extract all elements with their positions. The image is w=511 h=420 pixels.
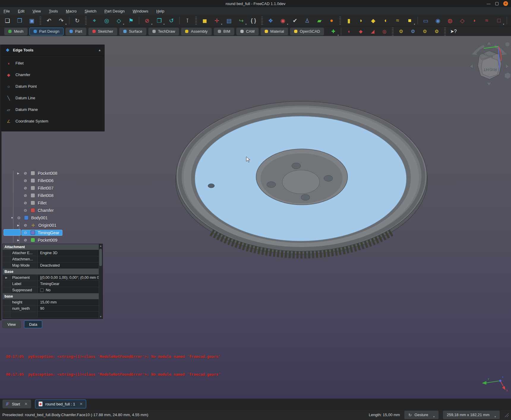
menu-macro[interactable]: Macro — [66, 9, 77, 13]
tree-item-fillet008[interactable]: ⊘ Fillet008 — [0, 192, 113, 199]
tree-expander-icon[interactable]: ▶ — [17, 239, 21, 242]
menu-sketch[interactable]: Sketch — [85, 9, 97, 13]
close-tab-icon[interactable]: ✕ — [80, 402, 83, 406]
property-row-height[interactable]: height 15,00 mm — [3, 299, 102, 306]
gear-tool-icon[interactable]: ⚙ — [420, 27, 429, 36]
local-coordinate-system-icon[interactable]: ✛ ▾ — [212, 16, 221, 25]
visibility-eye-icon[interactable]: ⊘ — [23, 171, 28, 175]
arrow-up-icon[interactable] — [487, 41, 491, 45]
create-sketch-icon[interactable]: ◉ ▾ — [278, 16, 287, 25]
cube-face-right-label[interactable]: RIGHT — [483, 67, 496, 72]
fillet-icon[interactable]: ◖ — [344, 27, 353, 36]
edge-tool-coordinate-system[interactable]: ∠ Coordinate System — [2, 115, 104, 127]
create-link-icon[interactable]: ↪ ▾ — [237, 16, 246, 25]
tree-item-origin001[interactable]: ▶ ⊘ ✛ Origin001 — [0, 221, 113, 229]
3d-viewport[interactable]: RIGHT BOTTOM y x z ❖ Edge Tools ▴ ◖ — [0, 36, 511, 399]
tree-expander-icon[interactable]: ▼ — [11, 216, 15, 219]
visibility-eye-icon[interactable]: ⊘ — [23, 223, 28, 227]
visibility-eye-icon[interactable]: ⊙ — [23, 230, 28, 235]
measure-icon[interactable]: ⊺ — [183, 16, 192, 25]
redo-icon[interactable]: ↷ ▾ — [57, 16, 66, 25]
view-dimensions-button[interactable]: 259,18 mm x 182,21 mm ▾ — [443, 411, 500, 419]
thickness-icon[interactable]: ◎ — [380, 27, 389, 36]
property-group-base[interactable]: Base — [3, 269, 102, 275]
internal-gear-icon[interactable]: ⚙ — [409, 27, 417, 36]
edge-tool-datum-plane[interactable]: ▱ Datum Plane — [2, 104, 104, 115]
close-button[interactable]: ✕ — [503, 1, 508, 6]
property-group-base-lower[interactable]: base — [3, 293, 102, 299]
visibility-eye-icon[interactable]: ⊘ — [23, 238, 28, 242]
edge-tool-datum-line[interactable]: ╲ Datum Line — [2, 92, 104, 104]
chamfer-icon[interactable]: ◆ — [356, 27, 365, 36]
gear-cluster-icon[interactable]: ⚙ — [432, 27, 441, 36]
create-body-icon[interactable]: ◼ — [200, 16, 209, 25]
subtractive-loft-icon[interactable]: ◇ — [458, 16, 467, 25]
go-to-selection-icon[interactable]: ⚑ — [127, 16, 135, 25]
check-geometry-icon[interactable]: ♙ — [303, 16, 312, 25]
arrow-down-icon[interactable] — [487, 82, 491, 86]
menu-part-design[interactable]: Part Design — [105, 9, 125, 13]
menu-help[interactable]: Help — [156, 9, 164, 13]
tree-expander-icon[interactable]: ▶ — [17, 224, 21, 227]
whats-this-icon[interactable]: ➤? — [449, 27, 458, 36]
pocket-icon[interactable]: ▭ — [421, 16, 430, 25]
menu-file[interactable]: File — [4, 9, 10, 13]
property-row-attacher-engine[interactable]: Attacher E... Engine 3D — [3, 250, 102, 256]
tree-expander-icon[interactable]: ▶ — [17, 172, 21, 175]
property-row-suppressed[interactable]: Suppressed No — [3, 287, 102, 293]
edge-tool-fillet[interactable]: ◖ Fillet — [2, 57, 104, 69]
draw-style-icon[interactable]: ⊘ ▾ — [143, 16, 152, 25]
workbench-tab-openscad[interactable]: OpenSCAD — [290, 28, 324, 35]
refresh-icon[interactable]: ↻ — [73, 16, 82, 25]
tree-item-fillet[interactable]: ⊘ Fillet — [0, 199, 113, 207]
property-row-attachment[interactable]: Attachmen... — [3, 256, 102, 262]
menu-windows[interactable]: Windows — [133, 9, 149, 13]
mini-cube-icon[interactable] — [504, 72, 510, 79]
scrollbar-thumb[interactable] — [99, 249, 102, 266]
view-tab[interactable]: View — [2, 320, 21, 328]
tab-start[interactable]: F Start ✕ — [2, 399, 31, 408]
open-document-icon[interactable]: ❒ — [15, 16, 24, 25]
workbench-tab-part-design[interactable]: Part Design — [29, 28, 64, 35]
minimize-button[interactable]: — — [487, 1, 491, 6]
revolution-icon[interactable]: ◗ — [357, 16, 365, 25]
edge-tools-header[interactable]: ❖ Edge Tools ▴ — [2, 45, 104, 56]
menu-tools[interactable]: Tools — [49, 9, 58, 13]
visibility-eye-icon[interactable]: ⊘ — [23, 186, 28, 190]
involute-gear-icon[interactable]: ⚙ — [397, 27, 406, 36]
additive-loft-icon[interactable]: ◆ — [369, 16, 378, 25]
create-part-icon[interactable]: ❖ — [266, 16, 275, 25]
new-document-icon[interactable]: ❏ — [3, 16, 12, 25]
row-expander-icon[interactable]: ▶ — [5, 276, 7, 279]
tree-item-fillet006[interactable]: ⊘ Fillet006 — [0, 177, 113, 184]
visibility-eye-icon[interactable]: ⊘ — [23, 178, 28, 183]
arrow-left-icon[interactable] — [470, 64, 473, 69]
expression-icon[interactable]: { } — [249, 16, 258, 25]
additive-helix-icon[interactable]: ≈ — [393, 16, 402, 25]
tree-item-fillet007[interactable]: ⊘ Fillet007 — [0, 184, 113, 192]
property-row-partial[interactable] — [3, 312, 102, 318]
subtractive-primitive-icon[interactable]: □ ▾ — [494, 16, 503, 25]
additive-pipe-icon[interactable]: ◖ — [381, 16, 390, 25]
workbench-tab-surface[interactable]: Surface — [119, 28, 146, 35]
create-group-icon[interactable]: ▤ — [225, 16, 234, 25]
sync-view-icon[interactable]: ↺ — [167, 16, 176, 25]
property-row-map-mode[interactable]: Map Mode Deactivated — [3, 262, 102, 269]
tree-item-timinggear[interactable]: ⊙ TimingGear — [0, 229, 113, 236]
shape-binder-icon[interactable]: ▰ — [315, 16, 324, 25]
orbit-mode-icon[interactable] — [505, 42, 510, 46]
property-group-attachment[interactable]: Attachment — [3, 244, 102, 250]
fit-selection-icon[interactable]: ◎ — [102, 16, 111, 25]
close-tab-icon[interactable]: ✕ — [24, 402, 27, 406]
menu-edit[interactable]: Edit — [18, 9, 24, 13]
workbench-tab-part[interactable]: Part — [65, 28, 86, 35]
workbench-tab-cam[interactable]: CAM — [236, 28, 259, 35]
tree-item-body001[interactable]: ▼ ⊙ Body001 — [0, 214, 113, 221]
pad-icon[interactable]: ▮ — [344, 16, 353, 25]
arrow-right-icon[interactable] — [506, 64, 509, 69]
edge-tool-datum-point[interactable]: ○ Datum Point — [2, 81, 104, 92]
tab-round-bed-full[interactable]: round bed_full : 1 ✕ — [35, 399, 86, 408]
clone-icon[interactable]: ● — [327, 16, 336, 25]
visibility-eye-icon[interactable]: ⊙ — [16, 215, 21, 220]
undo-icon[interactable]: ↶ — [45, 16, 53, 25]
